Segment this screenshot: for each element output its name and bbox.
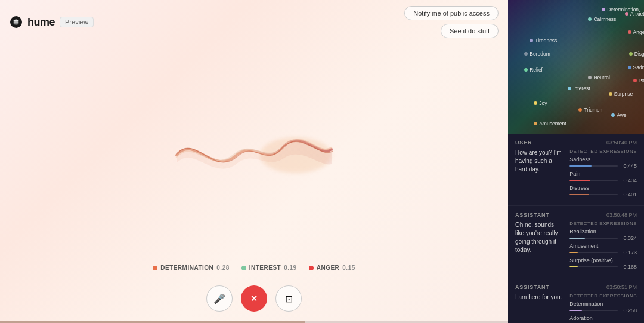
bubble-dot (578, 108, 582, 112)
score-value: 0.324 (620, 235, 637, 241)
msg-text: I am here for you. (515, 293, 564, 323)
emotion-dot (153, 266, 157, 270)
score-bar-container: 0.324 (569, 235, 637, 241)
score-bar-container: 0.258 (569, 307, 637, 313)
score-bar-fill (569, 310, 582, 311)
bubble-dot (625, 12, 628, 16)
msg-time: 03:50:40 PM (606, 140, 637, 146)
bubble-label: Amusement (539, 121, 566, 127)
notify-button[interactable]: Notify me of public access (404, 6, 499, 20)
bubble-dot (588, 76, 592, 79)
layout-icon: ⊡ (285, 293, 293, 304)
score-row: Amusement 0.173 (569, 243, 637, 256)
left-panel: hume Preview Notify me of public access … (0, 0, 508, 323)
score-bar-fill (569, 194, 589, 195)
bubble-label: Awe (617, 112, 626, 118)
preview-badge: Preview (60, 17, 94, 27)
score-bar-container: 0.434 (569, 177, 637, 183)
score-value: 0.168 (620, 264, 637, 270)
score-bar-fill (569, 238, 585, 239)
emotion-scores: DETECTED EXPRESSIONS Realization 0.324 A… (569, 221, 637, 272)
emotion-scores: DETECTED EXPRESSIONS Sadness 0.445 Pain (569, 149, 637, 199)
score-bar-track (569, 310, 618, 311)
score-bar-track (569, 180, 618, 181)
score-row: Sadness 0.445 (569, 156, 637, 169)
mic-icon: 🎤 (213, 293, 225, 304)
emotion-bubble: Disgust (624, 51, 644, 57)
score-bar-container: 0.445 (569, 163, 637, 169)
emotion-value: 0.28 (216, 264, 229, 271)
emotion-label: ANGER 0.15 (309, 264, 355, 271)
wave-area (0, 44, 508, 260)
msg-header: ASSISTANT 03:50:51 PM (515, 284, 637, 290)
emotion-map: Determination Anxiety Calmness Anger Tir… (508, 0, 644, 134)
bubble-label: Boredom (530, 51, 550, 57)
bubble-label: Anger (633, 29, 644, 35)
layout-button[interactable]: ⊡ (275, 285, 302, 312)
emotion-bubble: Relief (519, 67, 543, 73)
score-bar-track (569, 194, 618, 195)
top-buttons: Notify me of public access See it do stu… (404, 6, 499, 38)
score-bar-fill (569, 266, 578, 267)
emotion-bubble: Anger (623, 29, 644, 35)
bubble-label: Disgust (634, 51, 644, 57)
close-icon: ✕ (250, 294, 258, 303)
score-bar-container: 0.168 (569, 264, 637, 270)
score-bar-fill (569, 252, 578, 253)
bubble-dot (628, 30, 631, 34)
bubble-dot (524, 68, 528, 72)
score-bar-track (569, 266, 618, 267)
score-bar-track (569, 252, 618, 253)
score-label: Pain (569, 171, 637, 177)
score-label: Determination (569, 301, 637, 307)
bubble-dot (611, 113, 615, 117)
score-bar-container: 0.173 (569, 250, 637, 256)
bottom-controls: 🎤 ✕ ⊡ (0, 276, 508, 321)
msg-body: I am here for you. DETECTED EXPRESSIONS … (515, 293, 637, 323)
score-label: Adoration (569, 315, 637, 321)
score-bar-track (569, 165, 618, 167)
msg-role: ASSISTANT (515, 284, 550, 290)
bubble-label: Surprise (614, 91, 633, 97)
stop-button[interactable]: ✕ (241, 285, 267, 312)
emotion-bubble: Boredom (519, 51, 550, 57)
hume-logo-icon (10, 16, 23, 29)
msg-body: How are you? I'm having such a hard day.… (515, 149, 637, 199)
bubble-dot (602, 8, 605, 11)
bubble-label: Pain (639, 78, 644, 84)
bubble-dot (588, 17, 592, 21)
emotion-scores: DETECTED EXPRESSIONS Determination 0.258… (569, 293, 637, 323)
emotion-bubble: Surprise (603, 91, 633, 97)
score-label: Amusement (569, 243, 637, 249)
emotion-bubble: Triumph (573, 107, 602, 113)
score-value: 0.401 (620, 192, 637, 198)
emotion-bubble: Neutral (583, 75, 609, 81)
bubble-dot (629, 52, 633, 56)
chat-area[interactable]: USER 03:50:40 PM How are you? I'm having… (508, 134, 644, 323)
bubble-label: Relief (530, 67, 543, 73)
msg-header: ASSISTANT 03:50:48 PM (515, 212, 637, 218)
emotion-dot (309, 266, 314, 270)
score-row: Determination 0.258 (569, 301, 637, 313)
scores-header: DETECTED EXPRESSIONS (569, 149, 637, 154)
score-value: 0.445 (620, 163, 637, 169)
emotion-bubble: Calmness (583, 16, 616, 22)
emotion-value: 0.19 (284, 264, 296, 271)
mic-button[interactable]: 🎤 (206, 285, 233, 312)
score-bar-container: 0.401 (569, 192, 637, 198)
msg-role: USER (515, 140, 532, 146)
bubble-label: Triumph (584, 107, 602, 113)
see-stuff-button[interactable]: See it do stuff (441, 24, 499, 38)
score-row: Surprise (positive) 0.168 (569, 257, 637, 270)
score-bar-fill (569, 165, 591, 167)
bubble-label: Calmness (593, 16, 616, 22)
emotion-bubble: Tiredness (524, 38, 557, 44)
score-value: 0.434 (620, 177, 637, 183)
msg-role: ASSISTANT (515, 212, 550, 218)
emotion-labels: DETERMINATION 0.28 INTEREST 0.19 ANGER 0… (0, 260, 508, 276)
bubble-label: Interest (573, 85, 590, 91)
bubble-dot (530, 39, 533, 42)
wave-visualization (159, 110, 349, 194)
score-row: Realization 0.324 (569, 229, 637, 241)
right-panel: Determination Anxiety Calmness Anger Tir… (508, 0, 644, 323)
